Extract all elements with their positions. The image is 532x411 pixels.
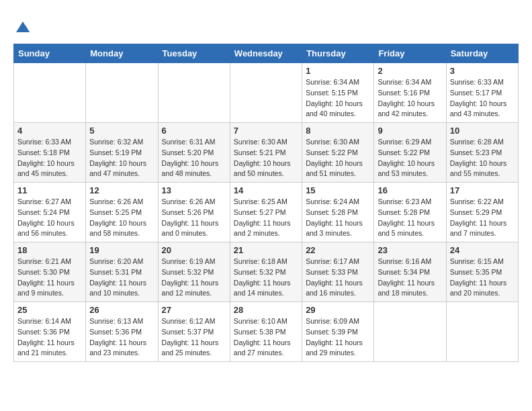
cell-info: Sunrise: 6:29 AM Sunset: 5:22 PM Dayligh… xyxy=(378,137,442,179)
cell-date: 12 xyxy=(89,185,154,195)
cell-date: 13 xyxy=(162,185,226,195)
cell-date: 22 xyxy=(306,245,370,255)
cell-info: Sunrise: 6:34 AM Sunset: 5:16 PM Dayligh… xyxy=(378,77,442,120)
calendar-cell: 12Sunrise: 6:26 AM Sunset: 5:25 PM Dayli… xyxy=(86,183,158,242)
weekday-header-row: SundayMondayTuesdayWednesdayThursdayFrid… xyxy=(14,44,519,63)
calendar-cell: 26Sunrise: 6:13 AM Sunset: 5:36 PM Dayli… xyxy=(86,302,158,362)
cell-info: Sunrise: 6:17 AM Sunset: 5:33 PM Dayligh… xyxy=(306,257,370,299)
calendar-cell: 9Sunrise: 6:29 AM Sunset: 5:22 PM Daylig… xyxy=(374,123,446,183)
cell-date: 29 xyxy=(306,305,370,315)
calendar-cell: 28Sunrise: 6:10 AM Sunset: 5:38 PM Dayli… xyxy=(230,302,302,362)
cell-date: 18 xyxy=(17,245,82,255)
weekday-header-sunday: Sunday xyxy=(14,44,86,63)
cell-info: Sunrise: 6:15 AM Sunset: 5:35 PM Dayligh… xyxy=(450,257,515,299)
calendar-cell: 23Sunrise: 6:16 AM Sunset: 5:34 PM Dayli… xyxy=(374,242,446,302)
cell-info: Sunrise: 6:26 AM Sunset: 5:25 PM Dayligh… xyxy=(89,197,154,239)
calendar-cell xyxy=(446,302,518,362)
cell-info: Sunrise: 6:28 AM Sunset: 5:23 PM Dayligh… xyxy=(450,137,515,179)
cell-date: 19 xyxy=(89,245,154,255)
calendar-cell: 22Sunrise: 6:17 AM Sunset: 5:33 PM Dayli… xyxy=(302,242,374,302)
calendar-cell: 18Sunrise: 6:21 AM Sunset: 5:30 PM Dayli… xyxy=(14,242,86,302)
cell-info: Sunrise: 6:32 AM Sunset: 5:19 PM Dayligh… xyxy=(89,137,154,179)
calendar-cell: 1Sunrise: 6:34 AM Sunset: 5:15 PM Daylig… xyxy=(302,63,374,123)
calendar-table: SundayMondayTuesdayWednesdayThursdayFrid… xyxy=(13,44,519,362)
calendar-cell: 8Sunrise: 6:30 AM Sunset: 5:22 PM Daylig… xyxy=(302,123,374,183)
calendar-cell: 2Sunrise: 6:34 AM Sunset: 5:16 PM Daylig… xyxy=(374,63,446,123)
calendar-cell: 13Sunrise: 6:26 AM Sunset: 5:26 PM Dayli… xyxy=(158,183,230,242)
weekday-header-saturday: Saturday xyxy=(446,44,518,63)
cell-info: Sunrise: 6:09 AM Sunset: 5:39 PM Dayligh… xyxy=(306,316,370,359)
cell-date: 10 xyxy=(450,126,515,136)
cell-info: Sunrise: 6:10 AM Sunset: 5:38 PM Dayligh… xyxy=(234,316,298,359)
weekday-header-wednesday: Wednesday xyxy=(230,44,302,63)
cell-date: 8 xyxy=(306,126,370,136)
calendar-cell: 25Sunrise: 6:14 AM Sunset: 5:36 PM Dayli… xyxy=(14,302,86,362)
cell-date: 23 xyxy=(378,245,442,255)
calendar-cell: 21Sunrise: 6:18 AM Sunset: 5:32 PM Dayli… xyxy=(230,242,302,302)
calendar-cell: 7Sunrise: 6:30 AM Sunset: 5:21 PM Daylig… xyxy=(230,123,302,183)
cell-info: Sunrise: 6:23 AM Sunset: 5:28 PM Dayligh… xyxy=(378,197,442,239)
cell-info: Sunrise: 6:33 AM Sunset: 5:17 PM Dayligh… xyxy=(450,77,515,120)
calendar-cell xyxy=(230,63,302,123)
calendar-week-3: 11Sunrise: 6:27 AM Sunset: 5:24 PM Dayli… xyxy=(14,183,519,242)
cell-date: 27 xyxy=(162,305,226,315)
cell-info: Sunrise: 6:30 AM Sunset: 5:22 PM Dayligh… xyxy=(306,137,370,179)
calendar-cell: 11Sunrise: 6:27 AM Sunset: 5:24 PM Dayli… xyxy=(14,183,86,242)
cell-date: 20 xyxy=(162,245,226,255)
cell-date: 3 xyxy=(450,66,515,76)
cell-date: 2 xyxy=(378,66,442,76)
calendar-cell: 27Sunrise: 6:12 AM Sunset: 5:37 PM Dayli… xyxy=(158,302,230,362)
cell-date: 24 xyxy=(450,245,515,255)
calendar-cell: 19Sunrise: 6:20 AM Sunset: 5:31 PM Dayli… xyxy=(86,242,158,302)
calendar-cell xyxy=(158,63,230,123)
calendar-cell: 6Sunrise: 6:31 AM Sunset: 5:20 PM Daylig… xyxy=(158,123,230,183)
cell-info: Sunrise: 6:31 AM Sunset: 5:20 PM Dayligh… xyxy=(162,137,226,179)
cell-date: 7 xyxy=(234,126,298,136)
cell-date: 21 xyxy=(234,245,298,255)
cell-info: Sunrise: 6:24 AM Sunset: 5:28 PM Dayligh… xyxy=(306,197,370,239)
calendar-cell xyxy=(374,302,446,362)
calendar-week-1: 1Sunrise: 6:34 AM Sunset: 5:15 PM Daylig… xyxy=(14,63,519,123)
cell-info: Sunrise: 6:19 AM Sunset: 5:32 PM Dayligh… xyxy=(162,257,226,299)
calendar-cell xyxy=(14,63,86,123)
cell-info: Sunrise: 6:25 AM Sunset: 5:27 PM Dayligh… xyxy=(234,197,298,239)
cell-date: 9 xyxy=(378,126,442,136)
cell-info: Sunrise: 6:13 AM Sunset: 5:36 PM Dayligh… xyxy=(89,316,154,359)
calendar-cell: 29Sunrise: 6:09 AM Sunset: 5:39 PM Dayli… xyxy=(302,302,374,362)
calendar-cell: 20Sunrise: 6:19 AM Sunset: 5:32 PM Dayli… xyxy=(158,242,230,302)
cell-date: 11 xyxy=(17,185,82,195)
weekday-header-thursday: Thursday xyxy=(302,44,374,63)
cell-info: Sunrise: 6:26 AM Sunset: 5:26 PM Dayligh… xyxy=(162,197,226,239)
cell-info: Sunrise: 6:27 AM Sunset: 5:24 PM Dayligh… xyxy=(17,197,82,239)
page-header xyxy=(13,13,519,37)
cell-date: 15 xyxy=(306,185,370,195)
logo xyxy=(13,20,31,37)
cell-date: 17 xyxy=(450,185,515,195)
cell-date: 16 xyxy=(378,185,442,195)
weekday-header-monday: Monday xyxy=(86,44,158,63)
cell-date: 26 xyxy=(89,305,154,315)
weekday-header-friday: Friday xyxy=(374,44,446,63)
cell-date: 4 xyxy=(17,126,82,136)
cell-date: 6 xyxy=(162,126,226,136)
cell-info: Sunrise: 6:16 AM Sunset: 5:34 PM Dayligh… xyxy=(378,257,442,299)
cell-info: Sunrise: 6:18 AM Sunset: 5:32 PM Dayligh… xyxy=(234,257,298,299)
calendar-cell: 24Sunrise: 6:15 AM Sunset: 5:35 PM Dayli… xyxy=(446,242,518,302)
calendar-cell: 17Sunrise: 6:22 AM Sunset: 5:29 PM Dayli… xyxy=(446,183,518,242)
calendar-cell xyxy=(86,63,158,123)
cell-info: Sunrise: 6:20 AM Sunset: 5:31 PM Dayligh… xyxy=(89,257,154,299)
calendar-cell: 14Sunrise: 6:25 AM Sunset: 5:27 PM Dayli… xyxy=(230,183,302,242)
cell-date: 1 xyxy=(306,66,370,76)
logo-icon xyxy=(15,20,31,34)
calendar-cell: 16Sunrise: 6:23 AM Sunset: 5:28 PM Dayli… xyxy=(374,183,446,242)
calendar-cell: 4Sunrise: 6:33 AM Sunset: 5:18 PM Daylig… xyxy=(14,123,86,183)
cell-date: 5 xyxy=(89,126,154,136)
calendar-week-2: 4Sunrise: 6:33 AM Sunset: 5:18 PM Daylig… xyxy=(14,123,519,183)
calendar-cell: 10Sunrise: 6:28 AM Sunset: 5:23 PM Dayli… xyxy=(446,123,518,183)
calendar-cell: 3Sunrise: 6:33 AM Sunset: 5:17 PM Daylig… xyxy=(446,63,518,123)
cell-date: 28 xyxy=(234,305,298,315)
calendar-cell: 15Sunrise: 6:24 AM Sunset: 5:28 PM Dayli… xyxy=(302,183,374,242)
cell-info: Sunrise: 6:33 AM Sunset: 5:18 PM Dayligh… xyxy=(17,137,82,179)
cell-info: Sunrise: 6:22 AM Sunset: 5:29 PM Dayligh… xyxy=(450,197,515,239)
cell-info: Sunrise: 6:12 AM Sunset: 5:37 PM Dayligh… xyxy=(162,316,226,359)
